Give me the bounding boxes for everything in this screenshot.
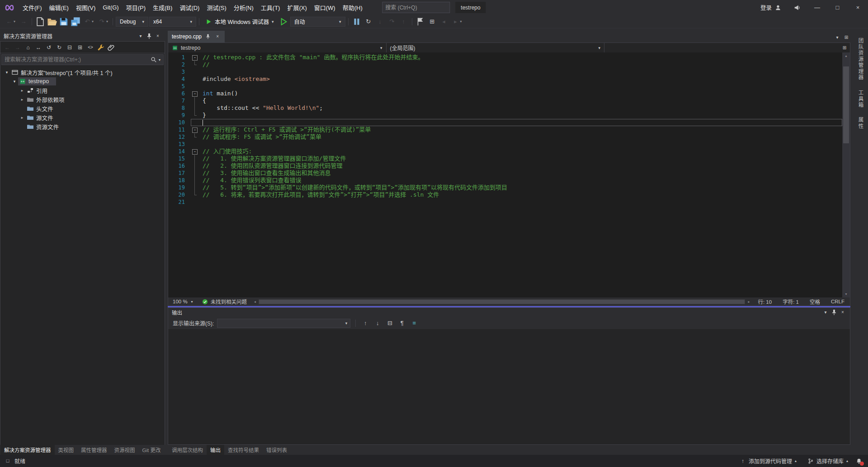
menu-item[interactable]: 分析(N) <box>230 0 257 15</box>
code-line[interactable]: 21 <box>168 198 842 206</box>
expander-collapsed-icon[interactable]: ▸ <box>19 97 26 102</box>
output-source-dropdown[interactable]: ▾ <box>217 319 350 328</box>
expander-collapsed-icon[interactable]: ▸ <box>19 88 26 93</box>
break-all-icon[interactable] <box>351 17 362 27</box>
se-forward-icon[interactable]: → <box>13 43 22 52</box>
scroll-right-icon[interactable]: ▸ <box>745 300 752 304</box>
scroll-up-icon[interactable]: ▴ <box>842 52 850 59</box>
menu-item[interactable]: 视图(V) <box>72 0 99 15</box>
member-list-icon[interactable]: ⊞ <box>841 45 848 51</box>
tab-close-icon[interactable]: × <box>214 33 221 40</box>
scope-dropdown[interactable]: (全局范围) ▾ <box>387 43 605 52</box>
bookmark-list-icon[interactable]: ⊞ <box>427 17 438 27</box>
tree-item-solution[interactable]: ▾解决方案"testrepo"(1 个项目/共 1 个) <box>0 68 165 77</box>
menu-item[interactable]: 测试(S) <box>203 0 230 15</box>
indentation-indicator[interactable]: 空格 <box>804 298 826 305</box>
line-number[interactable]: 12 <box>168 133 191 141</box>
code-line[interactable]: 17// 3. 使用输出窗口查看生成输出和其他消息 <box>168 170 842 177</box>
code-line[interactable]: 12// 调试程序: F5 或调试 >“开始调试”菜单 <box>168 133 842 141</box>
code-line[interactable]: 11// 运行程序: Ctrl + F5 或调试 >“开始执行(不调试)”菜单 <box>168 126 842 133</box>
active-files-chevron-icon[interactable]: ▾ <box>834 34 840 41</box>
line-number[interactable]: 16 <box>168 162 191 170</box>
collapse-all-icon[interactable]: ⊟ <box>65 43 74 52</box>
menu-item[interactable]: 扩展(X) <box>283 0 310 15</box>
open-file-icon[interactable] <box>47 17 57 27</box>
project-dropdown[interactable]: ++ testrepo ▾ <box>168 43 387 52</box>
fold-toggle-icon[interactable] <box>191 54 199 61</box>
start-debugging-button[interactable]: 本地 Windows 调试器 ▾ <box>202 17 278 27</box>
se-back-icon[interactable]: ← <box>3 43 12 52</box>
solution-platform-dropdown[interactable]: x64 ▾ <box>149 17 196 27</box>
line-number[interactable]: 15 <box>168 155 191 162</box>
window-position-icon[interactable]: ▾ <box>137 33 144 40</box>
save-icon[interactable] <box>58 17 69 27</box>
fold-toggle-icon[interactable] <box>191 90 199 97</box>
code-line[interactable]: 6int main() <box>168 90 842 97</box>
line-number[interactable]: 7 <box>168 97 191 104</box>
output-panel-header[interactable]: 输出 ▾ × <box>168 308 850 317</box>
code-view-icon[interactable]: <> <box>86 43 95 52</box>
maximize-button[interactable]: □ <box>827 0 848 15</box>
code-line[interactable]: 1// testrepo.cpp : 此文件包含 "main" 函数。程序执行将… <box>168 54 842 61</box>
line-ending-indicator[interactable]: CRLF <box>826 299 850 304</box>
notifications-button[interactable] <box>854 457 863 466</box>
menu-item[interactable]: 调试(D) <box>176 0 203 15</box>
scrollbar-thumb[interactable] <box>259 300 745 304</box>
close-icon[interactable]: × <box>154 33 161 40</box>
tree-item-references[interactable]: ▸引用 <box>0 86 165 95</box>
navigate-forward-icon[interactable]: → <box>18 17 29 27</box>
code-line[interactable]: 18// 4. 使用错误列表窗口查看错误 <box>168 177 842 184</box>
sync-with-active-document-icon[interactable]: ↺ <box>44 43 53 52</box>
tool-window-tab[interactable]: 错误列表 <box>263 445 291 455</box>
tool-window-tab[interactable]: Git 更改 <box>139 445 165 455</box>
tab-pin-icon[interactable] <box>205 33 211 40</box>
tree-item-header-files[interactable]: 头文件 <box>0 104 165 113</box>
code-line[interactable]: 19// 5. 转到“项目”>“添加新项”以创建新的代码文件，或转到“项目”>“… <box>168 184 842 191</box>
line-number[interactable]: 10 <box>168 119 191 126</box>
tree-item-resource-files[interactable]: 资源文件 <box>0 122 165 131</box>
properties-wrench-icon[interactable] <box>96 43 105 52</box>
tool-window-tab[interactable]: 类视图 <box>55 445 78 455</box>
code-line[interactable]: 20// 6. 将来，若要再次打开此项目，请转到“文件”>“打开”>“项目”并选… <box>168 191 842 198</box>
line-number[interactable]: 2 <box>168 61 191 68</box>
document-health-indicator[interactable]: 未找到相关问题 <box>198 298 252 305</box>
undo-icon[interactable]: ↶ <box>82 17 93 27</box>
code-line[interactable]: 15// 1. 使用解决方案资源管理器窗口添加/管理文件 <box>168 155 842 162</box>
toggle-bookmark-icon[interactable] <box>415 17 426 27</box>
solution-explorer-search-box[interactable]: ▾ <box>1 54 164 65</box>
show-all-files-icon[interactable]: ⊞ <box>75 43 85 52</box>
restart-icon[interactable]: ↻ <box>363 17 374 27</box>
code-line[interactable]: 2// <box>168 61 842 68</box>
minimize-button[interactable]: — <box>807 0 827 15</box>
code-line[interactable]: 5 <box>168 83 842 90</box>
menu-item[interactable]: 工具(T) <box>257 0 284 15</box>
menu-item[interactable]: 窗口(W) <box>311 0 339 15</box>
step-over-icon[interactable]: ↷ <box>387 17 397 27</box>
code-line[interactable]: 7{ <box>168 97 842 104</box>
expander-expanded-icon[interactable]: ▾ <box>3 70 10 75</box>
line-number[interactable]: 20 <box>168 191 191 198</box>
autohide-tab[interactable]: 工具箱 <box>857 90 864 108</box>
split-window-icon[interactable]: ⊞ <box>843 34 849 41</box>
menu-item[interactable]: Git(G) <box>99 0 122 15</box>
save-all-icon[interactable] <box>70 17 81 27</box>
word-wrap-icon[interactable]: ¶ <box>397 319 406 327</box>
code-surface[interactable]: 1// testrepo.cpp : 此文件包含 "main" 函数。程序执行将… <box>168 52 842 206</box>
menu-item[interactable]: 项目(P) <box>123 0 149 15</box>
autohide-tab[interactable]: 团队资源管理器 <box>857 38 864 81</box>
step-into-icon[interactable]: ↓ <box>375 17 386 27</box>
search-input[interactable] <box>385 5 455 11</box>
solution-search-input[interactable] <box>5 57 149 63</box>
next-bookmark-icon[interactable]: ▸ <box>450 17 461 27</box>
line-number[interactable]: 21 <box>168 198 191 206</box>
line-number[interactable]: 3 <box>168 68 191 75</box>
autohide-tab[interactable]: 属性 <box>857 117 864 129</box>
tool-window-tab[interactable]: 解决方案资源管理器 <box>0 445 55 455</box>
code-line[interactable]: 10 <box>168 119 842 126</box>
tool-window-tab[interactable]: 资源视图 <box>111 445 139 455</box>
home-icon[interactable]: ⌂ <box>24 43 33 52</box>
line-number[interactable]: 14 <box>168 148 191 155</box>
new-project-icon[interactable] <box>35 17 46 27</box>
select-repository-button[interactable]: 选择存储库 ▴ <box>803 457 853 465</box>
tool-window-tab[interactable]: 调用层次结构 <box>168 445 207 455</box>
